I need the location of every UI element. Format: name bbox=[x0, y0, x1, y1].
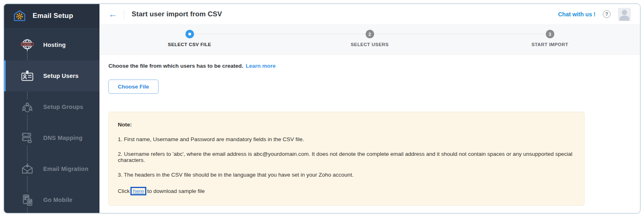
learn-more-link[interactable]: Learn more bbox=[246, 63, 276, 69]
app-window: Email Setup WWW Hosting bbox=[3, 3, 641, 214]
step-1-active-dot bbox=[188, 33, 191, 35]
step-2-label: SELECT USERS bbox=[351, 42, 389, 47]
note-title: Note: bbox=[118, 122, 575, 128]
sidebar-item-label: DNS Mapping bbox=[43, 135, 82, 141]
content-area: Choose the file from which users has to … bbox=[99, 55, 640, 213]
sidebar-item-label: Hosting bbox=[43, 42, 66, 48]
sidebar-item-hosting[interactable]: WWW Hosting bbox=[4, 29, 99, 60]
step-start-import: 3 START IMPORT bbox=[460, 24, 640, 54]
choose-file-button[interactable]: Choose File bbox=[108, 80, 159, 94]
instruction-text: Choose the file from which users has to … bbox=[108, 63, 631, 69]
step-1-circle bbox=[185, 30, 194, 38]
mobile-devices-icon bbox=[20, 192, 35, 208]
import-stepper: SELECT CSV FILE 2 SELECT USERS 3 START I… bbox=[99, 24, 640, 55]
top-bar: ← Start user import from CSV Chat with u… bbox=[99, 4, 640, 24]
sidebar-header: Email Setup bbox=[4, 4, 99, 28]
note-item-3: 3. The headers in the CSV file should be… bbox=[118, 172, 575, 178]
download-prefix: Click bbox=[118, 188, 130, 194]
sidebar-nav: WWW Hosting Setup bbox=[4, 28, 99, 214]
sidebar-item-dns-mapping[interactable]: DNS Mapping bbox=[4, 122, 99, 153]
avatar[interactable] bbox=[618, 8, 631, 21]
back-arrow-icon[interactable]: ← bbox=[108, 10, 117, 19]
sidebar-item-setup-users[interactable]: Setup Users bbox=[4, 60, 99, 91]
sidebar-item-label: Go Mobile bbox=[43, 197, 73, 203]
step-select-csv-file: SELECT CSV FILE bbox=[99, 24, 280, 54]
app-title: Email Setup bbox=[33, 12, 73, 20]
main-panel: ← Start user import from CSV Chat with u… bbox=[99, 4, 640, 213]
top-right-actions: Chat with us ! ? bbox=[558, 8, 631, 21]
sidebar-item-label: Setup Groups bbox=[43, 104, 83, 110]
hosting-globe-icon: WWW bbox=[20, 37, 35, 53]
step-select-users: 2 SELECT USERS bbox=[280, 24, 460, 54]
here-download-link[interactable]: here bbox=[130, 187, 146, 195]
download-suffix: to download sample file bbox=[147, 188, 205, 194]
email-setup-logo-icon bbox=[12, 9, 27, 23]
step-2-circle: 2 bbox=[366, 30, 374, 38]
server-cloud-icon bbox=[20, 130, 35, 146]
instruction-label: Choose the file from which users has to … bbox=[108, 63, 243, 69]
sidebar: Email Setup WWW Hosting bbox=[4, 4, 99, 213]
step-3-label: START IMPORT bbox=[532, 42, 568, 47]
title-divider bbox=[124, 9, 124, 19]
groups-icon bbox=[20, 99, 35, 115]
page-title: Start user import from CSV bbox=[132, 10, 222, 18]
avatar-head bbox=[622, 10, 627, 15]
note-box: Note: 1. First name, Username and Passwo… bbox=[108, 112, 584, 206]
sidebar-item-label: Setup Users bbox=[43, 73, 79, 79]
id-card-icon bbox=[20, 68, 35, 84]
sidebar-item-go-mobile[interactable]: Go Mobile bbox=[4, 184, 99, 214]
note-item-1: 1. First name, Username and Password are… bbox=[118, 136, 575, 142]
sidebar-item-setup-groups[interactable]: Setup Groups bbox=[4, 91, 99, 122]
step-1-label: SELECT CSV FILE bbox=[168, 42, 211, 47]
sidebar-item-label: Email Migration bbox=[43, 166, 88, 172]
step-3-circle: 3 bbox=[546, 30, 554, 38]
avatar-body bbox=[620, 16, 629, 21]
sidebar-item-email-migration[interactable]: Email Migration bbox=[4, 153, 99, 184]
chat-with-us-link[interactable]: Chat with us ! bbox=[558, 11, 595, 18]
download-sample-line: Clickhereto download sample file bbox=[118, 187, 575, 195]
email-migration-icon bbox=[20, 161, 35, 177]
help-icon[interactable]: ? bbox=[603, 10, 611, 18]
note-item-2: 2. Username refers to 'abc', where the e… bbox=[118, 151, 575, 163]
svg-text:WWW: WWW bbox=[24, 43, 31, 46]
